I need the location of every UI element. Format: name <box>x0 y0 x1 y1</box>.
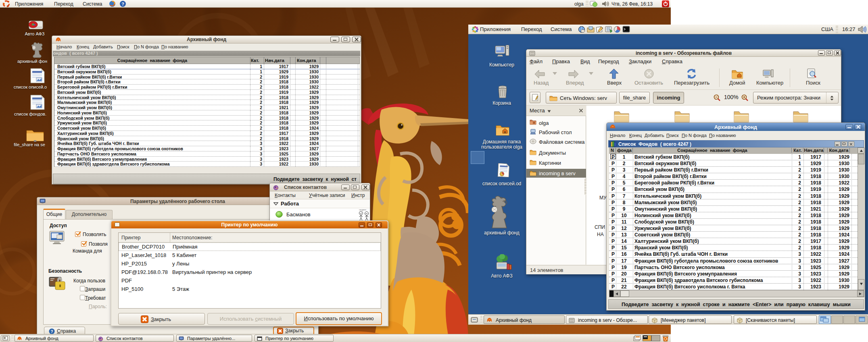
svg-text:?: ? <box>50 330 53 334</box>
svg-text:?: ? <box>121 2 124 6</box>
svg-text:сам думаю: сам думаю <box>359 209 366 211</box>
